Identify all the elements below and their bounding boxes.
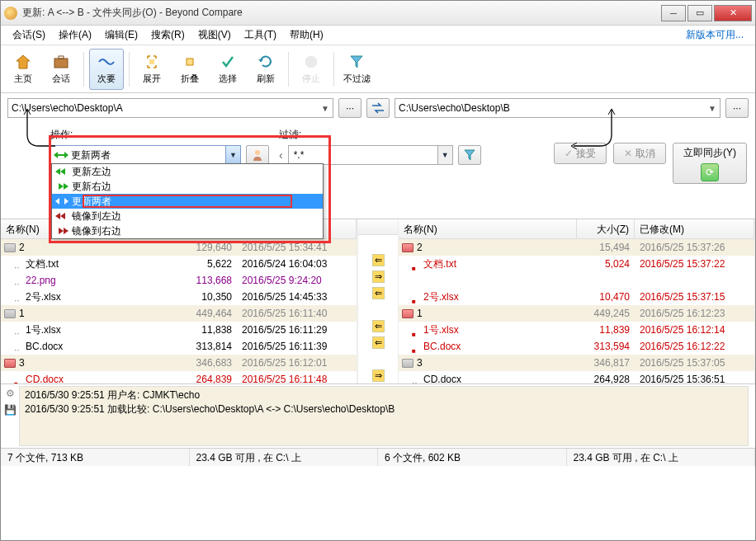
right-list: 名称(N) 大小(Z) 已修改(M) 215,4942016/5/25 15:3… [399, 219, 755, 383]
svg-rect-10 [58, 154, 64, 156]
svg-marker-9 [64, 152, 69, 158]
app-icon [4, 7, 17, 20]
svg-marker-22 [465, 150, 475, 160]
menubar: 会话(S) 操作(A) 编辑(E) 搜索(R) 视图(V) 工具(T) 帮助(H… [1, 26, 755, 45]
operation-dropdown[interactable]: 更新左边 更新右边 更新两者 镜像到左边 镜像到右边 [51, 163, 324, 239]
menu-action[interactable]: 操作(A) [52, 28, 98, 42]
option-mirror-right[interactable]: 镜像到右边 [52, 223, 323, 238]
toolbar-nofilter[interactable]: 不过滤 [339, 49, 374, 90]
combo-dropdown-button[interactable]: ▼ [225, 146, 240, 164]
cancel-button[interactable]: ✕取消 [613, 143, 666, 164]
folder-row[interactable]: 1449,4642016/5/25 16:11:40 [1, 305, 357, 322]
file-row[interactable]: CD.docx264,8392016/5/25 16:11:48 [1, 371, 357, 383]
gear-icon[interactable]: ⚙ [6, 388, 15, 399]
col-mod[interactable]: 已修改(M) [635, 219, 754, 238]
action-cell[interactable]: ⇐ [358, 252, 398, 268]
toolbar-refresh[interactable]: 刷新 [248, 49, 283, 90]
toolbar-expand[interactable]: 展开 [135, 49, 169, 90]
svg-marker-5 [258, 59, 263, 62]
sync-now-button[interactable]: 立即同步(Y)⟳ [673, 143, 747, 184]
close-button[interactable]: ✕ [714, 5, 752, 21]
filter-apply-button[interactable] [458, 145, 481, 165]
svg-marker-17 [64, 198, 69, 205]
log-line: 2016/5/30 9:25:51 加载比较: C:\Users\echo\De… [25, 402, 743, 416]
filter-dropdown-button[interactable]: ▼ [437, 146, 452, 164]
col-size[interactable]: 大小(Z) [577, 219, 635, 238]
option-update-right[interactable]: 更新右边 [52, 179, 323, 194]
action-cell[interactable] [358, 301, 398, 318]
menu-session[interactable]: 会话(S) [6, 28, 52, 42]
menu-search[interactable]: 搜索(R) [144, 28, 191, 42]
check-icon [219, 53, 237, 71]
toolbar-minor[interactable]: 次要 [89, 49, 124, 90]
operation-combo[interactable]: 更新两者 ▼ [50, 145, 241, 165]
file-row[interactable]: CD.docx264,9282016/5/25 15:36:51 [399, 371, 754, 383]
file-row[interactable]: 1号.xlsx11,8382016/5/25 16:11:29 [1, 322, 357, 338]
double-arrow-icon [54, 148, 69, 162]
svg-marker-6 [305, 56, 317, 68]
option-update-left[interactable]: 更新左边 [52, 164, 323, 179]
col-name[interactable]: 名称(N) [399, 219, 577, 238]
folder-row[interactable]: 215,4942016/5/25 15:37:26 [399, 239, 754, 256]
svg-rect-4 [187, 59, 193, 65]
filter-label: 过滤: [279, 128, 539, 142]
file-row[interactable]: 文档.txt5,6222016/5/24 16:04:03 [1, 256, 357, 272]
action-cell[interactable] [358, 350, 398, 367]
controls-area: 操作: 更新两者 ▼ 更新左边 更新右边 更新两者 镜像到左边 镜像到右边 过滤… [1, 123, 755, 189]
filter-combo[interactable]: *.* ▼ [288, 145, 453, 165]
action-cell[interactable]: ⇐ [358, 334, 398, 350]
menu-edit[interactable]: 编辑(E) [98, 28, 144, 42]
accept-button[interactable]: ✓接受 [554, 143, 607, 164]
chevron-down-icon[interactable]: ▼ [708, 104, 716, 113]
file-row[interactable] [399, 272, 754, 289]
maximize-button[interactable]: ▭ [687, 5, 712, 21]
menu-help[interactable]: 帮助(H) [283, 28, 330, 42]
folder-row[interactable]: 3346,6832016/5/25 16:12:01 [1, 355, 357, 371]
file-row[interactable]: BC.docx313,5942016/5/25 16:12:22 [399, 338, 754, 355]
status-right-count: 6 个文件, 602 KB [378, 449, 567, 466]
action-cell[interactable]: ⇐ [358, 318, 398, 334]
folder-row[interactable]: 1449,2452016/5/25 16:12:23 [399, 305, 754, 322]
menu-view[interactable]: 视图(V) [191, 28, 238, 42]
swap-button[interactable] [366, 98, 390, 118]
save-icon[interactable]: 💾 [4, 404, 17, 416]
svg-marker-20 [64, 228, 69, 234]
file-row[interactable]: 2号.xlsx10,4702016/5/25 15:37:15 [399, 289, 754, 305]
toolbar-select[interactable]: 选择 [210, 49, 245, 90]
user-icon-button[interactable] [246, 145, 269, 165]
svg-rect-3 [149, 59, 154, 64]
minimize-button[interactable]: ─ [661, 5, 686, 21]
right-path-input[interactable]: C:\Users\echo\Desktop\B▼ [395, 98, 721, 118]
menu-tools[interactable]: 工具(T) [238, 28, 283, 42]
stop-icon [302, 53, 320, 71]
svg-marker-21 [59, 228, 64, 234]
file-row[interactable]: 1号.xlsx11,8392016/5/25 16:12:14 [399, 322, 754, 338]
action-cell[interactable] [358, 235, 398, 252]
path-bar: C:\Users\echo\Desktop\A▼ ··· C:\Users\ec… [1, 93, 755, 123]
toolbar-session[interactable]: 会话 [44, 49, 78, 90]
chevron-down-icon[interactable]: ▼ [321, 104, 329, 113]
file-row[interactable]: BC.docx313,8142016/5/25 16:11:39 [1, 338, 357, 355]
folder-row[interactable]: 2129,6402016/5/25 15:34:41 [1, 239, 357, 256]
toolbar-home[interactable]: 主页 [6, 49, 40, 90]
file-row[interactable]: 2号.xlsx10,3502016/5/25 14:45:33 [1, 289, 357, 305]
option-mirror-left[interactable]: 镜像到左边 [52, 209, 323, 223]
toolbar-stop[interactable]: 停止 [294, 49, 328, 90]
left-browse-button[interactable]: ··· [338, 98, 361, 118]
action-cell[interactable]: ⇒ [358, 268, 398, 285]
action-cell[interactable]: ⇒ [358, 367, 398, 383]
file-row[interactable]: 22.png113,6682016/5/25 9:24:20 [1, 272, 357, 289]
file-row[interactable]: 文档.txt5,0242016/5/25 15:37:22 [399, 256, 754, 272]
new-version-link[interactable]: 新版本可用... [679, 28, 750, 42]
sync-icon: ⟳ [701, 163, 719, 181]
option-update-both[interactable]: 更新两者 [52, 194, 323, 209]
folder-row[interactable]: 3346,8172016/5/25 15:37:05 [399, 355, 754, 371]
action-cell[interactable]: ⇐ [358, 285, 398, 301]
svg-rect-1 [54, 59, 68, 68]
toolbar-collapse[interactable]: 折叠 [172, 49, 207, 90]
right-browse-button[interactable]: ··· [725, 98, 749, 118]
svg-rect-2 [59, 56, 64, 59]
left-path-input[interactable]: C:\Users\echo\Desktop\A▼ [7, 98, 333, 118]
refresh-icon [257, 53, 275, 71]
svg-marker-13 [60, 168, 65, 175]
